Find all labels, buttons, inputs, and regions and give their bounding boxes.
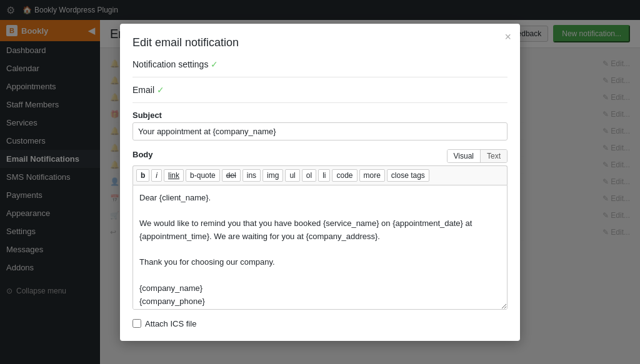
ul-button[interactable]: ul: [285, 169, 299, 182]
view-toggle-group: Visual Text: [447, 149, 508, 163]
link-button[interactable]: link: [164, 169, 184, 182]
img-button[interactable]: img: [262, 169, 283, 182]
editor-toolbar: b i link b-quote del ins img ul ol li co…: [132, 165, 508, 185]
bquote-button[interactable]: b-quote: [186, 169, 220, 182]
body-field-group: Body Visual Text b i link b-quote del in…: [132, 149, 508, 312]
li-button[interactable]: li: [318, 169, 330, 182]
visual-view-button[interactable]: Visual: [448, 150, 481, 162]
more-button[interactable]: more: [359, 169, 385, 182]
close-tags-button[interactable]: close tags: [387, 169, 429, 182]
email-section: Email ✓: [132, 85, 508, 95]
bold-button[interactable]: b: [136, 169, 149, 182]
subject-field-group: Subject: [132, 111, 508, 140]
modal-overlay[interactable]: × Edit email notification Notification s…: [0, 0, 640, 364]
body-header: Body Visual Text: [132, 149, 508, 163]
subject-label: Subject: [132, 111, 508, 120]
section-divider: [132, 77, 508, 77]
attach-ics-label[interactable]: Attach ICS file: [145, 319, 196, 328]
ins-button[interactable]: ins: [242, 169, 261, 182]
modal-close-button[interactable]: ×: [504, 31, 511, 42]
email-divider: [132, 102, 508, 103]
check-circle-icon: ✓: [211, 59, 218, 69]
text-view-button[interactable]: Text: [481, 150, 507, 162]
edit-email-notification-modal: × Edit email notification Notification s…: [120, 24, 520, 341]
notification-settings-section: Notification settings ✓: [132, 59, 508, 69]
del-button[interactable]: del: [222, 169, 241, 182]
ol-button[interactable]: ol: [302, 169, 316, 182]
modal-title: Edit email notification: [132, 36, 508, 49]
body-editor[interactable]: Dear {client_name}. We would like to rem…: [132, 185, 508, 310]
email-label: Email: [132, 85, 154, 95]
attach-ics-row: Attach ICS file: [132, 319, 508, 328]
subject-input[interactable]: [132, 122, 508, 140]
notification-settings-label: Notification settings: [132, 59, 208, 69]
email-toggle-icon: ✓: [157, 85, 164, 95]
code-button[interactable]: code: [332, 169, 357, 182]
italic-button[interactable]: i: [151, 169, 162, 182]
body-label: Body: [132, 150, 153, 159]
attach-ics-checkbox[interactable]: [132, 319, 141, 328]
